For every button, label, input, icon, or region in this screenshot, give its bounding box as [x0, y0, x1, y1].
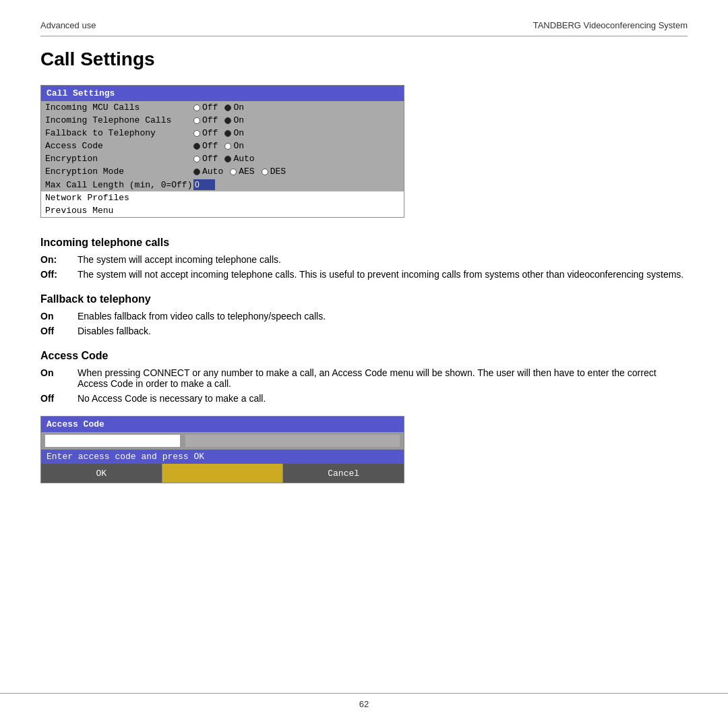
- desc-def-on: Enables fallback from video calls to tel…: [78, 311, 688, 322]
- radio-off[interactable]: Off: [193, 154, 218, 164]
- row-options: Off On: [193, 102, 244, 113]
- header-right: TANDBERG Videoconferencing System: [533, 20, 688, 30]
- radio-des[interactable]: DES: [262, 166, 286, 177]
- page-title: Call Settings: [40, 49, 688, 70]
- table-row[interactable]: Network Profiles: [41, 191, 404, 204]
- access-code-input[interactable]: [45, 435, 180, 447]
- desc-block: On Enables fallback from video calls to …: [40, 311, 688, 322]
- radio-off[interactable]: Off: [193, 115, 218, 125]
- row-label-incoming-mcu: Incoming MCU Calls: [45, 102, 193, 113]
- row-label-network-profiles: Network Profiles: [45, 193, 193, 203]
- call-settings-box: Call Settings Incoming MCU Calls Off On: [40, 85, 404, 218]
- access-code-buttons: OK Cancel: [41, 464, 404, 483]
- section-heading-access-code: Access Code: [40, 350, 688, 362]
- radio-dot-off: [193, 104, 200, 111]
- page-number: 62: [359, 699, 369, 709]
- desc-term-off: Off:: [40, 269, 78, 280]
- section-heading-fallback: Fallback to telephony: [40, 293, 688, 305]
- radio-dot-off: [193, 156, 200, 162]
- radio-dot-des: [262, 169, 268, 175]
- radio-dot-aes: [230, 169, 237, 175]
- table-row[interactable]: Access Code Off On: [41, 140, 404, 152]
- row-options: Off Auto: [193, 154, 255, 164]
- radio-dot-auto: [193, 169, 200, 175]
- radio-label: AES: [239, 166, 254, 177]
- radio-label: Off: [202, 141, 218, 151]
- row-options: Off On: [193, 115, 244, 125]
- access-code-prompt: Enter access code and press OK: [41, 450, 404, 464]
- radio-off[interactable]: Off: [193, 102, 218, 113]
- radio-label: Auto: [202, 166, 223, 177]
- radio-dot-on: [224, 104, 231, 111]
- radio-dot-off: [193, 143, 200, 150]
- radio-label: Off: [202, 154, 218, 164]
- row-label-fallback: Fallback to Telephony: [45, 128, 193, 138]
- radio-label: On: [233, 102, 244, 113]
- radio-on[interactable]: On: [224, 102, 244, 113]
- desc-block: Off No Access Code is necessary to make …: [40, 393, 688, 404]
- middle-button[interactable]: [162, 464, 284, 483]
- desc-term-on: On: [40, 367, 78, 389]
- desc-def-off: Disables fallback.: [78, 326, 688, 336]
- row-label-incoming-tel: Incoming Telephone Calls: [45, 115, 193, 125]
- row-label-encryption-mode: Encryption Mode: [45, 166, 193, 177]
- table-row[interactable]: Incoming MCU Calls Off On: [41, 101, 404, 114]
- row-label-previous-menu: Previous Menu: [45, 206, 193, 216]
- radio-dot-on: [224, 143, 231, 150]
- desc-block: On When pressing CONNECT or any number t…: [40, 367, 688, 389]
- row-options: Off On: [193, 128, 244, 138]
- ok-button[interactable]: OK: [41, 464, 162, 483]
- radio-off[interactable]: Off: [193, 141, 218, 151]
- desc-term-on: On: [40, 311, 78, 322]
- table-row[interactable]: Max Call Length (min, 0=Off): [41, 178, 404, 191]
- radio-auto[interactable]: Auto: [224, 154, 254, 164]
- row-options: Auto AES DES: [193, 166, 286, 177]
- radio-label: On: [233, 141, 244, 151]
- page-footer: 62: [0, 693, 728, 709]
- row-label-max-call: Max Call Length (min, 0=Off): [45, 180, 193, 190]
- access-code-input-row: [41, 432, 404, 450]
- radio-dot-auto: [224, 156, 231, 162]
- radio-dot-off: [193, 117, 200, 124]
- table-row[interactable]: Encryption Off Auto: [41, 152, 404, 165]
- radio-on[interactable]: On: [224, 141, 244, 151]
- cancel-button[interactable]: Cancel: [283, 464, 404, 483]
- desc-term-off: Off: [40, 393, 78, 404]
- section-heading-incoming-tel: Incoming telephone calls: [40, 237, 688, 249]
- desc-def-on: When pressing CONNECT or any number to m…: [78, 367, 688, 389]
- desc-term-off: Off: [40, 326, 78, 336]
- radio-dot-on: [224, 130, 231, 137]
- desc-def-off: No Access Code is necessary to make a ca…: [78, 393, 688, 404]
- call-settings-box-header: Call Settings: [41, 86, 404, 101]
- previous-menu-row[interactable]: Previous Menu: [41, 204, 404, 217]
- max-call-length-input[interactable]: [193, 179, 215, 190]
- desc-block: Off: The system will not accept incoming…: [40, 269, 688, 280]
- radio-label: Off: [202, 128, 218, 138]
- desc-term-on: On:: [40, 254, 78, 265]
- radio-aes[interactable]: AES: [230, 166, 254, 177]
- row-options: Off On: [193, 141, 244, 151]
- radio-on[interactable]: On: [224, 128, 244, 138]
- desc-block: Off Disables fallback.: [40, 326, 688, 336]
- row-label-encryption: Encryption: [45, 154, 193, 164]
- header-left: Advanced use: [40, 20, 96, 30]
- radio-dot-on: [224, 117, 231, 124]
- radio-dot-off: [193, 130, 200, 137]
- radio-label: On: [233, 115, 244, 125]
- table-row[interactable]: Encryption Mode Auto AES DES: [41, 165, 404, 178]
- radio-label: On: [233, 128, 244, 138]
- top-header: Advanced use TANDBERG Videoconferencing …: [40, 20, 688, 36]
- desc-def-off: The system will not accept incoming tele…: [78, 269, 688, 280]
- table-row[interactable]: Fallback to Telephony Off On: [41, 127, 404, 140]
- call-settings-box-body: Incoming MCU Calls Off On Incoming Telep…: [41, 101, 404, 217]
- access-code-box-header: Access Code: [41, 417, 404, 432]
- row-label-access-code: Access Code: [45, 141, 193, 151]
- radio-off[interactable]: Off: [193, 128, 218, 138]
- table-row[interactable]: Incoming Telephone Calls Off On: [41, 114, 404, 127]
- radio-label: Off: [202, 102, 218, 113]
- radio-on[interactable]: On: [224, 115, 244, 125]
- radio-auto[interactable]: Auto: [193, 166, 223, 177]
- radio-label: Auto: [233, 154, 254, 164]
- radio-label: DES: [270, 166, 286, 177]
- radio-label: Off: [202, 115, 218, 125]
